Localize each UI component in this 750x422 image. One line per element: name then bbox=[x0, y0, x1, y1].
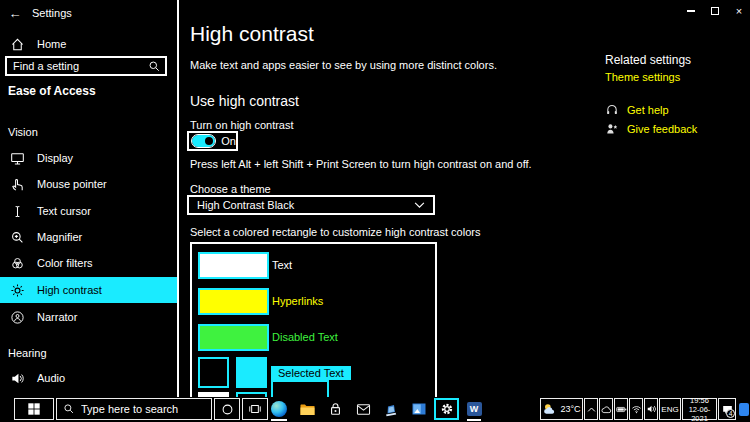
volume-icon bbox=[646, 404, 657, 414]
button-text-chip-outline bbox=[271, 380, 329, 397]
battery-tray-button[interactable] bbox=[614, 398, 628, 420]
swatch-selected-bg[interactable] bbox=[198, 357, 229, 388]
settings-search-input[interactable] bbox=[13, 60, 148, 72]
battery-icon bbox=[616, 405, 627, 414]
sidebar-item-audio[interactable]: Audio bbox=[0, 365, 177, 391]
windows-desktop: ← Settings × Home Ease of Access Vision … bbox=[0, 0, 750, 422]
taskbar-notebook-button[interactable] bbox=[378, 398, 404, 420]
swatch-caption: Select a colored rectangle to customize … bbox=[190, 226, 480, 238]
sidebar-item-label: Text cursor bbox=[37, 205, 91, 217]
give-feedback-link[interactable]: Give feedback bbox=[605, 122, 697, 136]
swatch-disabled-text-label: Disabled Text bbox=[272, 331, 338, 343]
start-button[interactable] bbox=[14, 398, 54, 420]
volume-tray-button[interactable] bbox=[644, 398, 658, 420]
store-icon bbox=[328, 402, 343, 417]
photos-icon bbox=[411, 402, 427, 416]
cortana-icon bbox=[221, 403, 234, 416]
page-title: High contrast bbox=[190, 22, 314, 46]
sidebar-item-mouse-pointer[interactable]: Mouse pointer bbox=[0, 171, 177, 197]
maximize-button[interactable] bbox=[703, 0, 727, 22]
swatch-disabled-text[interactable] bbox=[198, 324, 269, 351]
cortana-button[interactable] bbox=[214, 398, 240, 420]
weather-sun-cloud-icon bbox=[542, 402, 557, 416]
onedrive-cloud-icon bbox=[601, 405, 612, 414]
taskbar-photos-button[interactable] bbox=[406, 398, 432, 420]
display-icon bbox=[10, 151, 25, 166]
sidebar-home-label: Home bbox=[37, 38, 66, 50]
get-help-label: Get help bbox=[627, 104, 669, 116]
taskbar-settings-button[interactable] bbox=[434, 398, 459, 420]
taskbar-search-box[interactable] bbox=[56, 398, 212, 420]
swatch-selected-fg[interactable] bbox=[236, 357, 267, 388]
swatch-text[interactable] bbox=[198, 252, 269, 279]
swatch-hyperlinks[interactable] bbox=[198, 288, 269, 315]
language-indicator[interactable]: ENG bbox=[659, 398, 681, 420]
close-icon: × bbox=[736, 6, 742, 17]
theme-selected-value: High Contrast Black bbox=[197, 199, 414, 211]
mail-icon bbox=[356, 403, 371, 416]
theme-dropdown[interactable]: High Contrast Black bbox=[187, 195, 435, 215]
clock-date: 12-06-2021 bbox=[683, 405, 716, 422]
swatch-text-label: Text bbox=[272, 259, 292, 271]
back-button[interactable]: ← bbox=[0, 0, 30, 26]
minimize-button[interactable] bbox=[679, 0, 703, 22]
chevron-down-icon bbox=[414, 202, 425, 209]
edge-icon bbox=[271, 401, 287, 417]
notebook-icon bbox=[383, 402, 399, 417]
network-tray-button[interactable] bbox=[629, 398, 643, 420]
taskbar-edge-button[interactable] bbox=[266, 398, 292, 420]
get-help-link[interactable]: Get help bbox=[605, 103, 669, 117]
get-help-icon bbox=[605, 103, 619, 117]
sidebar-item-label: High contrast bbox=[37, 284, 102, 296]
notification-center-button[interactable]: 4 bbox=[718, 398, 736, 420]
home-icon bbox=[10, 37, 25, 52]
taskbar-mail-button[interactable] bbox=[350, 398, 376, 420]
sidebar-item-narrator[interactable]: Narrator bbox=[0, 304, 177, 330]
task-view-button[interactable] bbox=[242, 398, 268, 420]
taskbar-store-button[interactable] bbox=[322, 398, 348, 420]
clock-time: 19:56 bbox=[690, 396, 709, 405]
sidebar-item-label: Color filters bbox=[37, 257, 93, 269]
edge-running-indicator bbox=[271, 419, 287, 421]
close-button[interactable]: × bbox=[727, 0, 750, 22]
pane-divider bbox=[177, 0, 179, 397]
audio-speaker-icon bbox=[10, 371, 25, 386]
high-contrast-toggle[interactable]: On bbox=[187, 131, 238, 151]
theme-settings-link[interactable]: Theme settings bbox=[605, 71, 680, 83]
taskbar-word-button[interactable]: W bbox=[461, 398, 487, 420]
color-swatch-panel: Text Hyperlinks Disabled Text Selected T… bbox=[190, 242, 437, 397]
toggle-knob bbox=[205, 137, 213, 145]
page-subtitle: Make text and apps easier to see by usin… bbox=[190, 59, 497, 71]
task-view-icon bbox=[248, 402, 262, 416]
taskbar-file-explorer-button[interactable] bbox=[294, 398, 320, 420]
windows-logo-icon bbox=[27, 402, 41, 416]
sidebar-item-magnifier[interactable]: Magnifier bbox=[0, 224, 177, 250]
settings-search-box[interactable] bbox=[5, 56, 167, 76]
sidebar-item-home[interactable]: Home bbox=[0, 31, 177, 57]
search-icon bbox=[148, 60, 161, 73]
magnifier-icon bbox=[10, 230, 25, 245]
show-desktop-button[interactable] bbox=[737, 398, 750, 420]
sidebar-group-hearing: Hearing bbox=[8, 347, 47, 359]
theme-label: Choose a theme bbox=[190, 183, 271, 195]
sidebar-item-display[interactable]: Display bbox=[0, 145, 177, 171]
onedrive-tray-button[interactable] bbox=[599, 398, 613, 420]
tray-expand-button[interactable] bbox=[584, 398, 598, 420]
high-contrast-sun-icon bbox=[10, 283, 25, 298]
use-high-contrast-heading: Use high contrast bbox=[190, 93, 299, 109]
taskbar-search-input[interactable] bbox=[81, 403, 205, 415]
taskbar-search-icon bbox=[63, 403, 75, 415]
sidebar-item-label: Mouse pointer bbox=[37, 178, 107, 190]
sidebar-item-color-filters[interactable]: Color filters bbox=[0, 250, 177, 276]
show-desktop-icon bbox=[739, 403, 749, 416]
sidebar-item-text-cursor[interactable]: Text cursor bbox=[0, 198, 177, 224]
toggle-pill[interactable] bbox=[192, 135, 215, 147]
sidebar-item-high-contrast[interactable]: High contrast bbox=[0, 277, 177, 303]
color-filters-icon bbox=[10, 256, 25, 271]
taskbar: W 23°C bbox=[0, 397, 750, 422]
clock-widget[interactable]: 19:56 12-06-2021 bbox=[682, 398, 717, 420]
shortcut-hint: Press left Alt + left Shift + Print Scre… bbox=[190, 158, 532, 170]
weather-widget[interactable]: 23°C bbox=[540, 398, 583, 420]
mouse-pointer-icon bbox=[10, 177, 25, 192]
wifi-icon bbox=[631, 404, 642, 414]
